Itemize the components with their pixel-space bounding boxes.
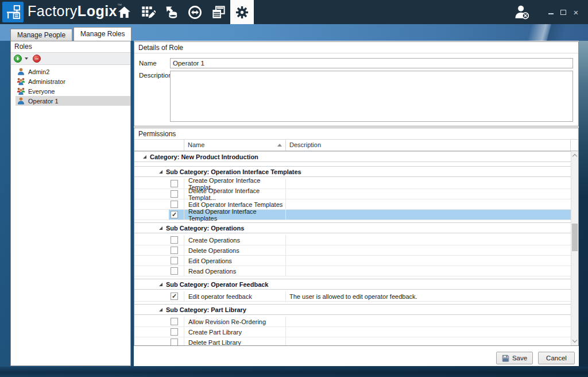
role-list-item[interactable]: Administrator (16, 76, 130, 86)
transfer-icon[interactable] (183, 0, 207, 24)
permission-row[interactable]: ✓Edit operator feedbackThe user is allow… (134, 291, 571, 302)
permission-row[interactable]: Edit Operations (134, 256, 571, 266)
permission-description (286, 256, 571, 266)
permission-description (286, 210, 571, 220)
permission-name: Read Operator Interface Templates (184, 210, 286, 220)
checkbox-unchecked[interactable] (171, 328, 178, 336)
user-icon (17, 67, 25, 76)
add-role-dropdown-caret-icon[interactable] (25, 57, 28, 60)
scroll-up-icon[interactable] (572, 154, 577, 159)
save-button[interactable]: Save (496, 352, 533, 364)
name-label: Name (139, 60, 157, 67)
permissions-scrollbar[interactable] (571, 151, 578, 345)
cancel-button[interactable]: Cancel (538, 352, 575, 364)
documents-icon[interactable] (207, 0, 230, 24)
role-list-item[interactable]: Operator 1 (16, 96, 130, 106)
expander-icon[interactable] (159, 170, 163, 174)
role-name-input[interactable] (170, 58, 573, 68)
permission-row[interactable]: Create Operations (134, 235, 571, 245)
settings-icon[interactable] (230, 0, 254, 24)
role-list-item[interactable]: Everyone (16, 86, 130, 96)
group-label: Category: New Product Introduction (150, 152, 258, 162)
maximize-icon (560, 10, 566, 15)
role-name: Administrator (28, 78, 65, 85)
permission-description: The user is allowed to edit operator fee… (286, 291, 571, 301)
add-role-button[interactable] (14, 55, 22, 63)
checkbox-unchecked[interactable] (171, 180, 178, 187)
permission-description (286, 179, 571, 188)
permission-row[interactable]: Allow Revision Re-Ordering (134, 317, 571, 327)
description-column-header[interactable]: Description (286, 140, 571, 151)
expander-icon[interactable] (159, 283, 163, 286)
roles-toolbar (11, 52, 130, 65)
checkbox-column-header[interactable] (134, 140, 184, 151)
permission-row[interactable]: Delete Operator Interface Templat... (134, 189, 571, 199)
roles-panel-title: Roles (11, 41, 130, 52)
permission-name: Edit Operations (184, 256, 286, 266)
permission-name: Delete Operations (184, 245, 286, 255)
role-list-item[interactable]: Admin2 (16, 67, 130, 76)
group-icon (17, 87, 25, 95)
subcategory-row[interactable]: Sub Category: Operator Feedback (134, 279, 571, 290)
permission-name: Edit operator feedback (184, 291, 286, 301)
remove-role-button[interactable] (33, 55, 41, 63)
checkbox-unchecked[interactable] (171, 190, 178, 198)
expander-icon[interactable] (143, 155, 146, 159)
permission-description (286, 245, 571, 255)
permission-checkbox-cell (134, 245, 184, 255)
checkbox-unchecked[interactable] (171, 236, 178, 244)
tab-manage-people[interactable]: Manage People (10, 29, 72, 41)
permission-name: Delete Part Library (184, 337, 286, 345)
permission-row[interactable]: Read Operations (134, 266, 571, 276)
scrollbar-thumb[interactable] (572, 224, 578, 251)
permission-row[interactable]: Delete Operations (134, 245, 571, 256)
roles-list: Admin2AdministratorEveryoneOperator 1 (11, 65, 130, 106)
subcategory-row[interactable]: Sub Category: Operation Interface Templa… (134, 166, 571, 177)
checkbox-unchecked[interactable] (171, 247, 178, 254)
permission-row[interactable]: Delete Part Library (134, 337, 571, 345)
checkbox-unchecked[interactable] (171, 267, 178, 275)
checkbox-unchecked[interactable] (171, 318, 178, 325)
role-description-input[interactable] (170, 71, 573, 122)
floppy-disk-icon (502, 355, 509, 362)
permission-row[interactable]: ✓Read Operator Interface Templates (134, 210, 571, 220)
group-label: Sub Category: Operation Interface Templa… (166, 167, 301, 177)
permission-checkbox-cell: ✓ (134, 210, 184, 220)
permission-description (286, 266, 571, 276)
name-column-header[interactable]: Name (184, 140, 286, 151)
close-button[interactable]: × (570, 5, 582, 20)
tabs: Manage People Manage Roles (10, 27, 131, 41)
maximize-button[interactable] (557, 5, 570, 20)
category-row[interactable]: Category: New Product Introduction (134, 151, 571, 162)
tab-manage-roles[interactable]: Manage Roles (74, 27, 131, 41)
user-logout-icon[interactable] (512, 2, 532, 22)
checkbox-unchecked[interactable] (171, 338, 178, 345)
details-box-title: Details of Role (134, 42, 578, 53)
tabstrip: Manage People Manage Roles (0, 24, 588, 41)
subcategory-row[interactable]: Sub Category: Operations (134, 222, 571, 233)
subcategory-row[interactable]: Sub Category: Part Library (134, 304, 571, 315)
permission-row[interactable]: Create Part Library (134, 327, 571, 337)
checkbox-unchecked[interactable] (171, 257, 178, 264)
roles-panel: Roles Admin2AdministratorEveryoneOperato… (10, 41, 131, 366)
expander-icon[interactable] (159, 226, 163, 230)
stub-column-header (571, 140, 578, 151)
permission-description (286, 327, 571, 337)
checkbox-checked[interactable]: ✓ (171, 293, 178, 300)
scroll-down-icon[interactable] (572, 338, 577, 343)
expander-icon[interactable] (159, 308, 163, 311)
data-import-icon[interactable] (160, 0, 183, 24)
checkbox-checked[interactable]: ✓ (171, 211, 178, 218)
details-of-role-box: Details of Role Name Description (134, 41, 579, 126)
permission-description (286, 337, 571, 345)
workstation-icon (5, 4, 21, 20)
window-frame-highlight (578, 24, 588, 197)
group-label: Sub Category: Operations (166, 223, 244, 233)
group-icon (17, 77, 25, 86)
home-icon[interactable] (113, 0, 136, 24)
minimize-button[interactable] (544, 5, 557, 20)
checkbox-unchecked[interactable] (171, 201, 178, 208)
permission-checkbox-cell (134, 235, 184, 245)
production-grid-edit-icon[interactable] (136, 0, 160, 24)
sort-ascending-icon (277, 144, 282, 147)
